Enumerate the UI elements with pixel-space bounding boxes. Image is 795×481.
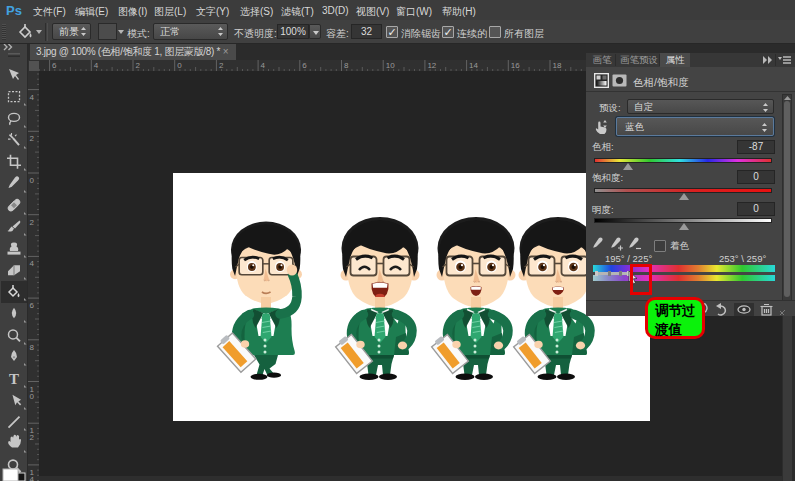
svg-text:4: 4 xyxy=(261,61,266,70)
svg-text:T: T xyxy=(9,371,19,387)
svg-text:4: 4 xyxy=(94,61,99,70)
svg-text:0: 0 xyxy=(30,392,35,401)
svg-text:4: 4 xyxy=(30,259,35,268)
svg-text:2: 2 xyxy=(30,433,35,442)
svg-text:6: 6 xyxy=(302,61,307,70)
svg-text:6: 6 xyxy=(30,301,35,310)
svg-text:10: 10 xyxy=(386,61,395,70)
svg-text:0: 0 xyxy=(177,61,182,70)
svg-text:12: 12 xyxy=(427,61,436,70)
svg-text:16: 16 xyxy=(511,61,520,70)
svg-text:14: 14 xyxy=(469,61,478,70)
svg-text:0: 0 xyxy=(30,176,35,185)
svg-text:2: 2 xyxy=(219,61,224,70)
svg-text:2: 2 xyxy=(136,61,141,70)
svg-text:4: 4 xyxy=(30,93,35,102)
svg-text:8: 8 xyxy=(30,343,35,352)
svg-text:18: 18 xyxy=(553,61,562,70)
svg-text:2: 2 xyxy=(30,218,35,227)
svg-text:8: 8 xyxy=(344,61,349,70)
svg-text:6: 6 xyxy=(52,61,57,70)
svg-text:4: 4 xyxy=(30,475,35,481)
svg-text:2: 2 xyxy=(30,134,35,143)
